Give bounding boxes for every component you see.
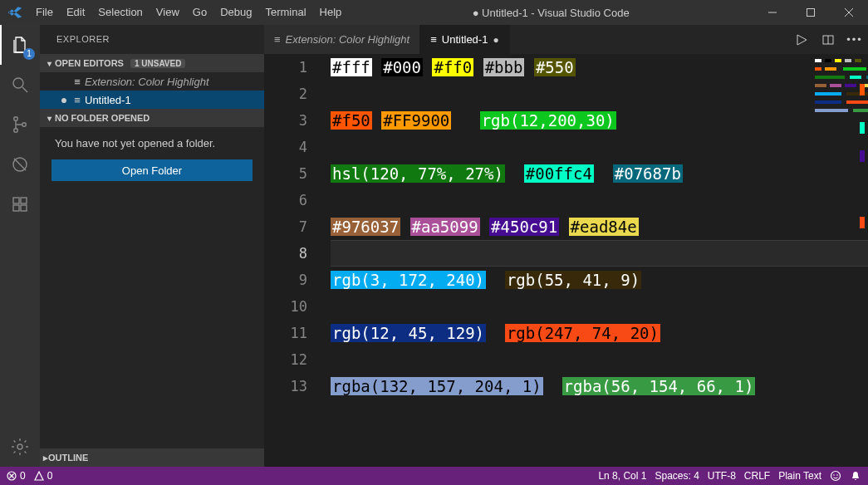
color-token: #ff0 (432, 58, 473, 76)
scrollbar[interactable] (856, 54, 868, 467)
code-line[interactable] (331, 187, 868, 213)
statusbar: 0 0 Ln 8, Col 1 Spaces: 4 UTF-8 CRLF Pla… (0, 467, 868, 485)
explorer-activity[interactable]: 1 (0, 25, 40, 65)
code-line[interactable] (331, 346, 868, 373)
tab-extension-label: Extension: Color Highlight (286, 33, 410, 46)
menu-go[interactable]: Go (186, 0, 213, 25)
color-token: rgb(247, 74, 20) (505, 324, 660, 342)
code-line[interactable]: hsl(120, 77%, 27%) #00ffc4 #07687b (331, 160, 868, 187)
extensions-activity[interactable] (0, 184, 40, 224)
status-language[interactable]: Plain Text (778, 470, 821, 482)
menu-debug[interactable]: Debug (213, 0, 258, 25)
status-warnings[interactable]: 0 (34, 470, 53, 482)
code-line[interactable]: rgba(132, 157, 204, 1) rgba(56, 154, 66,… (331, 373, 868, 399)
open-editor-untitled[interactable]: ● ≡ Untitled-1 (40, 91, 264, 109)
svg-point-4 (13, 78, 23, 88)
minimize-button[interactable] (753, 0, 792, 25)
activitybar: 1 (0, 25, 40, 467)
color-token: #bbb (483, 58, 525, 76)
status-feedback-icon[interactable] (830, 470, 841, 482)
open-editors-header[interactable]: ▾ OPEN EDITORS 1 UNSAVED (40, 54, 264, 72)
code-line[interactable]: #f50 #FF9900 rgb(12,200,30) (331, 107, 868, 134)
split-editor-icon[interactable] (815, 25, 841, 54)
no-folder-label: NO FOLDER OPENED (55, 113, 150, 123)
open-editor-file-label: Untitled-1 (85, 94, 131, 106)
status-encoding[interactable]: UTF-8 (708, 470, 736, 482)
color-token: #aa5099 (410, 218, 480, 236)
editor[interactable]: 12345678910111213 #fff #000 #ff0 #bbb #5… (264, 54, 868, 467)
list-icon: ≡ (274, 33, 281, 46)
run-icon[interactable] (788, 25, 815, 54)
list-icon: ≡ (70, 76, 85, 88)
svg-line-10 (14, 159, 26, 170)
svg-marker-22 (35, 472, 43, 480)
maximize-button[interactable] (792, 0, 830, 25)
color-token: hsl(120, 77%, 27%) (331, 164, 505, 183)
open-folder-button[interactable]: Open Folder (51, 159, 253, 181)
menubar: FileEditSelectionViewGoDebugTerminalHelp (29, 0, 348, 25)
dirty-icon: ● (58, 93, 70, 106)
color-token: #000 (381, 58, 423, 76)
menu-file[interactable]: File (29, 0, 60, 25)
more-icon[interactable]: ••• (841, 25, 868, 54)
color-token: #07687b (613, 164, 683, 183)
code-line[interactable] (331, 81, 868, 107)
open-editor-extension[interactable]: ≡ Extension: Color Highlight (40, 72, 264, 91)
color-token: rgb(12, 45, 129) (331, 324, 486, 342)
status-ln-col[interactable]: Ln 8, Col 1 (598, 470, 646, 482)
tab-untitled-label: Untitled-1 (442, 33, 488, 46)
menu-edit[interactable]: Edit (60, 0, 91, 25)
settings-gear-icon[interactable] (0, 427, 40, 467)
color-token: rgb(55, 41, 9) (505, 271, 641, 289)
gutter: 12345678910111213 (264, 54, 331, 467)
chevron-down-icon: ▾ (43, 114, 55, 123)
svg-point-8 (22, 123, 27, 127)
menu-terminal[interactable]: Terminal (258, 0, 312, 25)
status-bell-icon[interactable] (850, 470, 861, 482)
explorer-badge: 1 (23, 48, 35, 60)
svg-marker-16 (797, 35, 807, 45)
status-spaces[interactable]: Spaces: 4 (655, 470, 699, 482)
menu-selection[interactable]: Selection (91, 0, 149, 25)
menu-view[interactable]: View (150, 0, 186, 25)
tab-extension[interactable]: ≡ Extension: Color Highlight (264, 25, 420, 54)
color-token: #550 (534, 58, 576, 76)
code-line[interactable]: #fff #000 #ff0 #bbb #550 (331, 54, 868, 81)
tab-untitled[interactable]: ≡ Untitled-1 ● (420, 25, 509, 54)
svg-point-24 (833, 474, 835, 476)
code-line[interactable] (331, 134, 868, 160)
code-line[interactable]: #976037 #aa5099 #450c91 #ead84e (331, 213, 868, 240)
editor-area: ≡ Extension: Color Highlight ≡ Untitled-… (264, 25, 868, 467)
code-line[interactable]: rgb(3, 172, 240) rgb(55, 41, 9) (331, 267, 868, 293)
svg-rect-11 (13, 198, 19, 203)
close-button[interactable] (830, 0, 868, 25)
source-control-activity[interactable] (0, 105, 40, 145)
minimap[interactable] (815, 54, 853, 467)
color-token: #fff (331, 58, 372, 76)
color-token: #00ffc4 (524, 164, 594, 183)
svg-line-5 (22, 87, 27, 92)
color-token: #450c91 (489, 218, 559, 236)
chevron-down-icon: ▾ (43, 59, 55, 68)
search-activity[interactable] (0, 65, 40, 105)
file-icon: ≡ (70, 94, 85, 106)
svg-point-6 (14, 117, 18, 121)
tabbar: ≡ Extension: Color Highlight ≡ Untitled-… (264, 25, 868, 54)
code-line[interactable]: rgb(12, 45, 129) rgb(247, 74, 20) (331, 320, 868, 346)
code-body[interactable]: #fff #000 #ff0 #bbb #550#f50 #FF9900 rgb… (331, 54, 868, 467)
open-editor-ext-label: Extension: Color Highlight (85, 76, 209, 88)
errors-count: 0 (20, 470, 26, 482)
code-line[interactable] (331, 293, 868, 320)
status-eol[interactable]: CRLF (744, 470, 770, 482)
no-folder-header[interactable]: ▾ NO FOLDER OPENED (40, 109, 264, 127)
debug-activity[interactable] (0, 145, 40, 184)
menu-help[interactable]: Help (313, 0, 349, 25)
titlebar: FileEditSelectionViewGoDebugTerminalHelp… (0, 0, 868, 25)
svg-rect-13 (13, 205, 19, 211)
sidebar: EXPLORER ▾ OPEN EDITORS 1 UNSAVED ≡ Exte… (40, 25, 264, 467)
dirty-icon: ● (493, 34, 498, 46)
status-errors[interactable]: 0 (7, 470, 26, 482)
outline-header[interactable]: ▸ OUTLINE (40, 448, 264, 467)
code-line[interactable] (331, 240, 868, 267)
sidebar-title: EXPLORER (40, 25, 264, 54)
